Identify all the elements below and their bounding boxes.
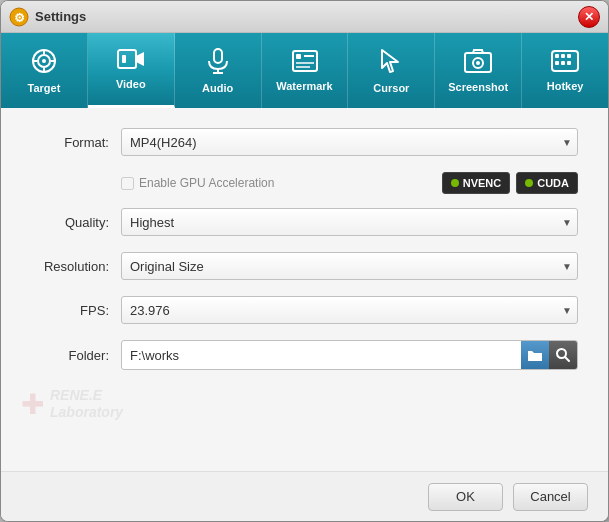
resolution-row: Resolution: Original Size 1920x1080 1280… (31, 252, 578, 280)
app-icon: ⚙ (9, 7, 29, 27)
audio-icon (207, 48, 229, 78)
gpu-checkbox[interactable] (121, 177, 134, 190)
close-button[interactable]: ✕ (578, 6, 600, 28)
quality-control: Highest High Medium Low ▼ (121, 208, 578, 236)
search-icon (556, 348, 570, 362)
watermark-text: RENE.E Laboratory (50, 387, 123, 421)
tab-audio-label: Audio (202, 82, 233, 94)
fps-row: FPS: 23.976 24 25 29.97 30 60 ▼ (31, 296, 578, 324)
target-icon (31, 48, 57, 78)
tab-hotkey-label: Hotkey (547, 80, 584, 92)
format-dropdown-container: MP4(H264) MP4(H265) AVI MOV WMV ▼ (121, 128, 578, 156)
format-select[interactable]: MP4(H264) MP4(H265) AVI MOV WMV (121, 128, 578, 156)
settings-window: ⚙ Settings ✕ Target (0, 0, 609, 522)
svg-rect-28 (555, 61, 559, 65)
folder-control (121, 340, 578, 370)
gpu-row: Enable GPU Acceleration NVENC CUDA (121, 172, 578, 194)
svg-rect-12 (214, 49, 222, 63)
folder-input[interactable] (122, 341, 521, 369)
svg-rect-9 (118, 50, 136, 68)
tab-cursor-label: Cursor (373, 82, 409, 94)
tab-bar: Target Video Audio (1, 33, 608, 108)
svg-rect-27 (567, 54, 571, 58)
svg-marker-20 (382, 50, 398, 72)
svg-rect-15 (293, 51, 317, 71)
tab-video-label: Video (116, 78, 146, 90)
folder-search-button[interactable] (549, 341, 577, 369)
svg-rect-16 (296, 54, 301, 59)
quality-dropdown-container: Highest High Medium Low ▼ (121, 208, 578, 236)
svg-marker-10 (136, 52, 144, 66)
nvenc-badge: NVENC (442, 172, 511, 194)
svg-rect-25 (555, 54, 559, 58)
format-row: Format: MP4(H264) MP4(H265) AVI MOV WMV … (31, 128, 578, 156)
quality-label: Quality: (31, 215, 121, 230)
hotkey-icon (551, 50, 579, 76)
folder-label: Folder: (31, 348, 121, 363)
watermark-cross-icon: ✚ (21, 388, 44, 421)
tab-audio[interactable]: Audio (175, 33, 262, 108)
quality-row: Quality: Highest High Medium Low ▼ (31, 208, 578, 236)
format-label: Format: (31, 135, 121, 150)
video-icon (117, 48, 145, 74)
ok-button[interactable]: OK (428, 483, 503, 511)
svg-point-4 (42, 59, 46, 63)
tab-target[interactable]: Target (1, 33, 88, 108)
cuda-dot (525, 179, 533, 187)
folder-input-wrap (121, 340, 578, 370)
gpu-badges: NVENC CUDA (442, 172, 578, 194)
svg-text:⚙: ⚙ (14, 11, 25, 25)
tab-video[interactable]: Video (88, 33, 175, 108)
resolution-label: Resolution: (31, 259, 121, 274)
quality-select[interactable]: Highest High Medium Low (121, 208, 578, 236)
tab-cursor[interactable]: Cursor (348, 33, 435, 108)
settings-content: ✚ RENE.E Laboratory Format: MP4(H264) MP… (1, 108, 608, 471)
resolution-control: Original Size 1920x1080 1280x720 640x480… (121, 252, 578, 280)
cuda-badge: CUDA (516, 172, 578, 194)
cancel-button[interactable]: Cancel (513, 483, 588, 511)
footer: OK Cancel (1, 471, 608, 521)
tab-hotkey[interactable]: Hotkey (522, 33, 608, 108)
fps-label: FPS: (31, 303, 121, 318)
screenshot-icon (464, 49, 492, 77)
tab-screenshot-label: Screenshot (448, 81, 508, 93)
folder-row: Folder: (31, 340, 578, 370)
folder-icon (527, 348, 543, 362)
watermark-tab-icon (292, 50, 318, 76)
tab-watermark[interactable]: Watermark (262, 33, 349, 108)
resolution-dropdown-container: Original Size 1920x1080 1280x720 640x480… (121, 252, 578, 280)
tab-target-label: Target (28, 82, 61, 94)
watermark-logo: ✚ RENE.E Laboratory (21, 387, 123, 421)
window-title: Settings (35, 9, 578, 24)
nvenc-dot (451, 179, 459, 187)
fps-dropdown-container: 23.976 24 25 29.97 30 60 ▼ (121, 296, 578, 324)
title-bar: ⚙ Settings ✕ (1, 1, 608, 33)
resolution-select[interactable]: Original Size 1920x1080 1280x720 640x480 (121, 252, 578, 280)
tab-watermark-label: Watermark (276, 80, 332, 92)
svg-rect-29 (561, 61, 565, 65)
fps-control: 23.976 24 25 29.97 30 60 ▼ (121, 296, 578, 324)
svg-rect-26 (561, 54, 565, 58)
svg-rect-24 (552, 51, 578, 71)
svg-point-23 (476, 61, 480, 65)
tab-screenshot[interactable]: Screenshot (435, 33, 522, 108)
fps-select[interactable]: 23.976 24 25 29.97 30 60 (121, 296, 578, 324)
folder-browse-button[interactable] (521, 341, 549, 369)
cursor-icon (380, 48, 402, 78)
gpu-checkbox-label[interactable]: Enable GPU Acceleration (121, 176, 442, 190)
svg-rect-30 (567, 61, 571, 65)
svg-line-32 (565, 357, 569, 361)
format-control: MP4(H264) MP4(H265) AVI MOV WMV ▼ (121, 128, 578, 156)
svg-rect-11 (122, 55, 126, 63)
